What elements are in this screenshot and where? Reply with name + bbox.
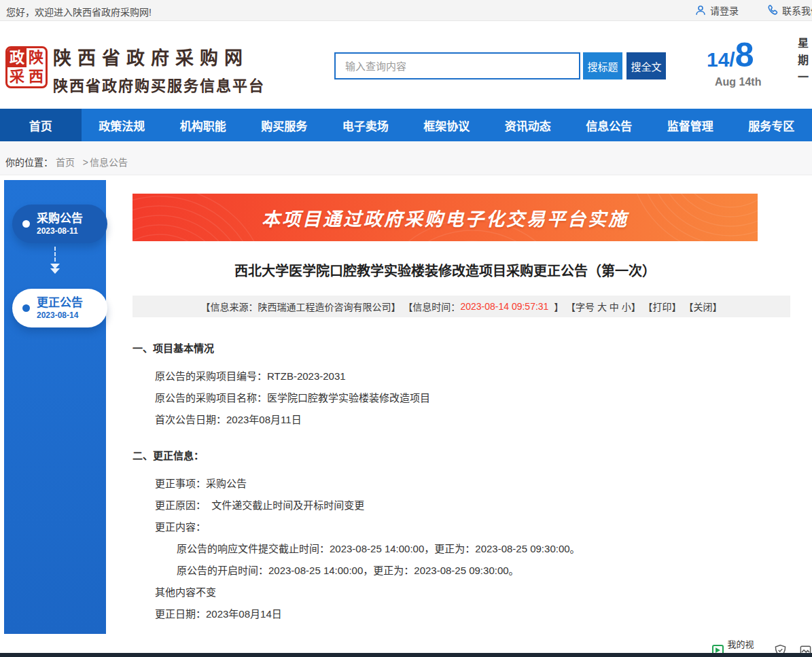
seal-char: 陕: [27, 48, 46, 67]
breadcrumb-home-link[interactable]: 首页: [56, 157, 75, 168]
body-line: 原公告的采购项目名称：医学院口腔教学实验楼装修改造项目: [133, 387, 764, 409]
fontsize-medium-button[interactable]: 中: [610, 300, 619, 313]
nav-item-home[interactable]: 首页: [0, 109, 82, 141]
nav-item-functions[interactable]: 机构职能: [162, 109, 244, 141]
site-title-link[interactable]: 陕西省政府采购网 陕西省政府购买服务信息平台: [53, 48, 265, 95]
platform-banner: 本项目通过政府采购电子化交易平台实施: [133, 194, 758, 241]
step-date: 2023-08-14: [37, 310, 83, 320]
nav-item-announcements[interactable]: 信息公告: [569, 109, 650, 141]
banner-text: 本项目通过政府采购电子化交易平台实施: [262, 205, 629, 231]
article-title: 西北大学医学院口腔教学实验楼装修改造项目采购更正公告（第一次）: [133, 260, 758, 280]
fontsize-small-button[interactable]: 小: [622, 300, 631, 313]
announcement-steps-sidebar: 采购公告 2023-08-11 更正公告 2023-08-14: [4, 180, 106, 634]
login-link[interactable]: 请登录: [694, 3, 739, 17]
nav-item-service-zone[interactable]: 服务专区: [731, 109, 812, 141]
breadcrumb-separator: >: [83, 157, 88, 168]
meta-fontsize-suffix: 】: [631, 300, 641, 313]
nav-item-news[interactable]: 资讯动态: [487, 109, 569, 141]
weekday-label: 星期一: [794, 37, 810, 88]
meta-source: 【信息来源：陕西瑞通工程造价咨询有限公司】: [200, 300, 400, 313]
body-line: 更正日期：2023年08月14日: [133, 603, 764, 625]
nav-item-purchase-service[interactable]: 购买服务: [244, 109, 325, 141]
main-nav: 首页 政策法规 机构职能 购买服务 电子卖场 框架协议 资讯动态 信息公告 监督…: [0, 109, 812, 141]
seal-char: 采: [7, 67, 27, 86]
step-label: 采购公告: [37, 212, 83, 226]
close-button[interactable]: 【关闭】: [684, 300, 722, 313]
nav-item-policies[interactable]: 政策法规: [82, 109, 163, 141]
nav-item-supervision[interactable]: 监督管理: [650, 109, 731, 141]
article-body: 一、项目基本情况 原公告的采购项目编号：RTZB-2023-2031 原公告的采…: [133, 338, 764, 625]
body-line: 原公告的开启时间：2023-08-25 14:00:00，更正为：2023-08…: [133, 560, 764, 582]
breadcrumb: 你的位置： 首页 >信息公告: [0, 141, 812, 175]
meta-timestamp: 2023-08-14 09:57:31: [460, 301, 548, 312]
date-month: 8: [735, 36, 754, 74]
body-line: 其他内容不变: [133, 582, 764, 603]
breadcrumb-current-link[interactable]: 信息公告: [90, 157, 128, 168]
site-subtitle: 陕西省政府购买服务信息平台: [53, 73, 265, 95]
body-line: 原公告的采购项目编号：RTZB-2023-2031: [133, 366, 764, 387]
top-bar: 您好，欢迎进入陕西省政府采购网! 请登录 联系我们: [0, 0, 812, 21]
body-line: 原公告的响应文件提交截止时间：2023-08-25 14:00:00，更正为：2…: [133, 538, 764, 560]
step-date: 2023-08-11: [37, 226, 83, 236]
article-meta-bar: 【信息来源：陕西瑞通工程造价咨询有限公司】 【信息时间：2023-08-14 0…: [133, 296, 790, 317]
contact-label: 联系我们: [782, 3, 812, 17]
breadcrumb-prefix: 你的位置：: [5, 157, 53, 168]
site-seal-logo[interactable]: 政 陕 采 西: [5, 46, 48, 88]
meta-time-suffix: 】: [548, 300, 563, 313]
site-title: 陕西省政府采购网: [53, 48, 265, 69]
step-dot-icon: [22, 220, 30, 228]
search-input[interactable]: [334, 52, 580, 79]
step-dot-icon: [22, 304, 30, 312]
body-line: 更正内容：: [133, 516, 764, 538]
contact-link[interactable]: 联系我们: [766, 3, 812, 17]
welcome-text: 您好，欢迎进入陕西省政府采购网!: [6, 5, 152, 18]
body-line: 首次公告日期：2023年08月11日: [133, 409, 764, 431]
page: 您好，欢迎进入陕西省政府采购网! 请登录 联系我们 政 陕 采 西: [0, 0, 812, 657]
nav-item-framework[interactable]: 框架协议: [406, 109, 488, 141]
nav-item-emarket[interactable]: 电子卖场: [325, 109, 406, 141]
step-procurement-announcement[interactable]: 采购公告 2023-08-11: [12, 205, 107, 243]
section-heading: 一、项目基本情况: [133, 338, 764, 359]
step-correction-announcement[interactable]: 更正公告 2023-08-14: [12, 289, 107, 327]
arrow-down-icon: [48, 247, 63, 285]
phone-icon: [766, 4, 779, 16]
date-day: 14/: [707, 48, 735, 71]
search-fulltext-button[interactable]: 搜全文: [626, 52, 666, 79]
site-header: 政 陕 采 西 陕西省政府采购网 陕西省政府购买服务信息平台 搜标题 搜全文 1…: [0, 22, 812, 109]
bottom-bar: [0, 653, 812, 657]
print-button[interactable]: 【打印】: [643, 300, 682, 313]
search-title-button[interactable]: 搜标题: [583, 52, 622, 79]
section-heading: 二、更正信息：: [133, 445, 764, 467]
meta-fontsize-prefix: 【字号: [566, 300, 597, 313]
step-label: 更正公告: [37, 296, 83, 310]
fontsize-large-button[interactable]: 大: [597, 300, 607, 313]
body-line: 更正原因： 文件递交截止时间及开标时间变更: [133, 495, 764, 516]
date-widget: 14/8 Aug 14th 星期一: [707, 35, 809, 88]
seal-char: 政: [7, 48, 27, 67]
user-icon: [694, 4, 707, 16]
seal-char: 西: [27, 67, 46, 86]
body-line: 更正事项：采购公告: [133, 473, 764, 495]
search-bar: 搜标题 搜全文: [334, 52, 666, 79]
login-label: 请登录: [710, 3, 739, 17]
meta-time-prefix: 【信息时间：: [403, 300, 460, 313]
